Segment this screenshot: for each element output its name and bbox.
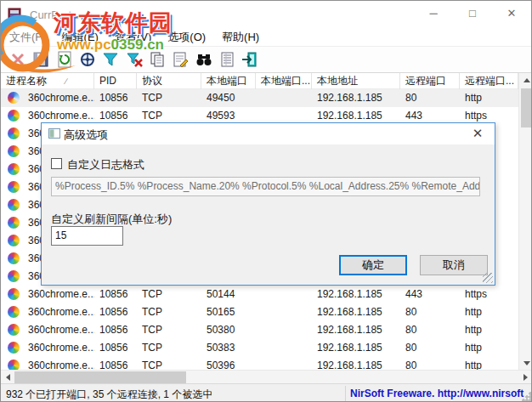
dialog-close-icon[interactable]: ✕ [469, 126, 486, 141]
menu-bar: 文件(F)编辑(E)查看(V)选项(O)帮助(H) [1, 27, 531, 46]
cell-local_address: 192.168.1.185 [312, 321, 400, 339]
column-label: 本地端口... [261, 75, 310, 87]
delete-connection-icon[interactable] [9, 51, 26, 68]
minimize-button[interactable]: ─ [414, 1, 453, 26]
refresh-interval-label: 自定义刷新间隔(单位:秒) [51, 212, 172, 227]
menu-item-help[interactable]: 帮助(H) [220, 27, 261, 48]
cell-local_port: 49450 [201, 89, 256, 107]
cell-remote_port_name: http [460, 89, 518, 107]
cell-remote_port: 80 [400, 357, 460, 370]
vertical-scroll-thumb[interactable] [521, 88, 532, 127]
cell-pid: 10856 [94, 89, 137, 107]
properties-icon[interactable] [172, 51, 189, 68]
status-brand-link[interactable]: NirSoft Freeware. http://www.nirsoft.net [350, 388, 524, 399]
ok-button[interactable]: 确定 [339, 255, 407, 275]
cell-local_port: 50380 [201, 321, 256, 339]
horizontal-scroll-thumb[interactable] [14, 371, 186, 383]
cell-process: 360chrome.e... [23, 286, 94, 303]
report-icon[interactable] [218, 51, 235, 68]
column-header-protocol[interactable]: 协议 [137, 73, 201, 89]
column-label: 协议 [142, 75, 162, 87]
vertical-scrollbar[interactable] [518, 73, 532, 370]
maximize-button[interactable]: □ [453, 1, 492, 26]
column-label: 远程端口 [405, 75, 446, 87]
process-icon [8, 110, 20, 122]
column-header-local_address[interactable]: 本地地址 [312, 73, 400, 89]
cell-local_port_name [256, 357, 312, 370]
resolve-target-icon[interactable] [79, 51, 96, 68]
process-icon [8, 163, 20, 175]
horizontal-scrollbar[interactable] [1, 370, 532, 383]
cancel-button[interactable]: 取消 [420, 255, 488, 275]
cell-remote_port_name: http [460, 357, 518, 370]
list-header: 进程名称∕PID协议本地端口本地端口...本地地址远程端口远程端口... [1, 73, 518, 89]
cell-local_port: 50165 [201, 303, 256, 321]
process-icon [8, 270, 20, 282]
process-icon [8, 127, 20, 139]
dialog-resize-grip[interactable] [483, 273, 493, 283]
table-row[interactable]: 360chrome.e...10856TCP50144192.168.1.185… [1, 286, 518, 303]
title-bar[interactable]: CurrPorts ─ □ ✕ [1, 1, 531, 27]
process-icon [8, 360, 20, 370]
cell-protocol: TCP [137, 321, 201, 339]
sort-indicator-icon: ∕ [65, 76, 67, 86]
cell-protocol: TCP [137, 357, 201, 370]
cell-local_address: 192.168.1.185 [312, 286, 400, 303]
column-header-remote_port_name[interactable]: 远程端口... [460, 73, 518, 89]
cell-local_port_name [256, 321, 312, 339]
menu-item-file[interactable]: 文件(F) [8, 27, 48, 48]
status-summary: 932 个已打开端口, 35 个远程连接, 1 个被选中 [6, 388, 339, 402]
custom-log-format-checkbox[interactable] [51, 158, 62, 169]
exit-icon[interactable] [241, 51, 258, 68]
filter-icon[interactable] [102, 51, 119, 68]
clear-filter-icon[interactable] [126, 51, 143, 68]
column-label: 进程名称 [6, 75, 47, 87]
copy-icon[interactable] [149, 51, 166, 68]
table-row[interactable]: 360chrome.e...10856TCP50383192.168.1.185… [1, 339, 518, 357]
scroll-up-arrow-icon[interactable] [519, 73, 532, 87]
process-icon [8, 306, 20, 318]
cell-remote_port_name: http [460, 339, 518, 357]
dialog-title-bar[interactable]: 高级选项 ✕ [42, 123, 495, 144]
cell-process: 360chrome.e... [23, 357, 94, 370]
table-row[interactable]: 360chrome.e...10856TCP50165192.168.1.185… [1, 303, 518, 321]
cell-protocol: TCP [137, 339, 201, 357]
cell-process: 360chrome.e... [23, 89, 94, 107]
column-header-local_port[interactable]: 本地端口 [201, 73, 256, 89]
scroll-left-arrow-icon[interactable] [1, 371, 15, 384]
scroll-down-arrow-icon[interactable] [519, 356, 532, 370]
table-row[interactable]: 360chrome.e...10856TCP50396192.168.1.185… [1, 357, 518, 370]
column-header-pid[interactable]: PID [94, 73, 137, 89]
cell-process: 360chrome.e... [23, 321, 94, 339]
refresh-interval-input[interactable]: 15 [51, 226, 123, 246]
cell-local_port: 50144 [201, 286, 256, 303]
column-header-remote_port[interactable]: 远程端口 [400, 73, 460, 89]
window-title: CurrPorts [30, 8, 77, 21]
cell-pid: 10856 [94, 303, 137, 321]
cell-local_address: 192.168.1.185 [312, 357, 400, 370]
log-format-input[interactable]: %Process_ID.5% %Process_Name.20% %Protoc… [51, 177, 480, 196]
menu-item-view[interactable]: 查看(V) [113, 27, 153, 48]
process-icon [8, 342, 20, 354]
custom-log-format-label: 自定义日志格式 [67, 157, 144, 173]
menu-item-edit[interactable]: 编辑(E) [60, 27, 100, 48]
scroll-right-arrow-icon[interactable] [518, 371, 532, 384]
table-row[interactable]: 360chrome.e...10856TCP49450192.168.1.185… [1, 89, 518, 107]
cell-local_address: 192.168.1.185 [312, 339, 400, 357]
column-header-local_port_name[interactable]: 本地端口... [256, 73, 312, 89]
find-icon[interactable] [195, 51, 212, 68]
column-header-process[interactable]: 进程名称∕ [1, 73, 94, 89]
cell-remote_port_name: http [460, 303, 518, 321]
cell-local_address: 192.168.1.185 [312, 303, 400, 321]
cell-remote_port_name: http [460, 321, 518, 339]
save-icon[interactable] [32, 51, 49, 68]
table-row[interactable]: 360chrome.e...10856TCP50380192.168.1.185… [1, 321, 518, 339]
cell-pid: 10856 [94, 286, 137, 303]
close-button[interactable]: ✕ [492, 1, 531, 26]
window-resize-grip[interactable] [522, 392, 532, 402]
cell-protocol: TCP [137, 303, 201, 321]
menu-item-options[interactable]: 选项(O) [166, 27, 207, 48]
cell-local_port_name [256, 89, 312, 107]
column-label: 远程端口... [465, 75, 514, 87]
refresh-icon[interactable] [56, 51, 73, 68]
